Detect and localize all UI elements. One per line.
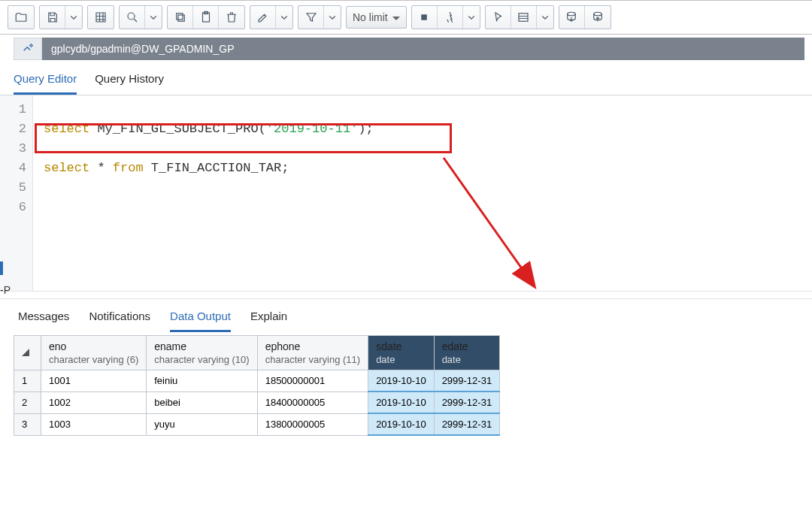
grid-button[interactable] <box>88 6 114 29</box>
svg-rect-2 <box>176 14 182 20</box>
col-header-eno[interactable]: enocharacter varying (6) <box>41 336 147 370</box>
list-dropdown[interactable] <box>537 6 553 29</box>
table-row[interactable]: 3 1003 yuyu 13800000005 2019-10-10 2999-… <box>14 413 500 435</box>
col-header-sdate[interactable]: sdatedate <box>368 336 435 370</box>
tab-query-history[interactable]: Query History <box>95 72 164 95</box>
stop-button[interactable] <box>412 6 438 29</box>
copy-button[interactable] <box>168 6 193 29</box>
sidebar-stub-label: -P <box>0 284 11 296</box>
execute-button[interactable] <box>438 6 463 29</box>
edit-dropdown[interactable] <box>276 6 292 29</box>
svg-rect-5 <box>421 14 427 20</box>
row-limit-select[interactable]: No limit <box>346 6 407 29</box>
col-header-ephone[interactable]: ephonecharacter varying (11) <box>257 336 368 370</box>
tab-messages[interactable]: Messages <box>18 310 69 332</box>
row-selector-header[interactable] <box>14 336 41 370</box>
search-button[interactable] <box>120 6 145 29</box>
connection-status-icon <box>14 38 42 60</box>
editor-gutter: 1 2 3 4 5 6 <box>0 95 33 291</box>
svg-point-8 <box>593 12 601 16</box>
edit-button[interactable] <box>250 6 276 29</box>
paste-button[interactable] <box>193 6 219 29</box>
tab-query-editor[interactable]: Query Editor <box>14 72 77 95</box>
upload-button[interactable] <box>585 6 611 29</box>
col-header-ename[interactable]: enamecharacter varying (10) <box>147 336 257 370</box>
sql-editor[interactable]: 1 2 3 4 5 6 select My_FIN_GL_SUBJECT_PRO… <box>0 95 812 291</box>
table-row[interactable]: 1 1001 feiniu 18500000001 2019-10-10 299… <box>14 370 500 392</box>
svg-point-0 <box>128 13 135 20</box>
connection-path: gplcydb/gpadmin@DW_GPADMIN_GP <box>51 43 234 55</box>
list-button[interactable] <box>511 6 537 29</box>
search-dropdown[interactable] <box>145 6 162 29</box>
table-row[interactable]: 2 1002 beibei 18400000005 2019-10-10 299… <box>14 391 500 413</box>
download-button[interactable] <box>559 6 585 29</box>
open-file-button[interactable] <box>8 6 34 29</box>
col-header-edate[interactable]: edatedate <box>434 336 500 370</box>
tab-notifications[interactable]: Notifications <box>89 310 150 332</box>
svg-point-7 <box>568 12 576 16</box>
delete-button[interactable] <box>219 6 244 29</box>
filter-button[interactable] <box>298 6 324 29</box>
connection-bar: gplcydb/gpadmin@DW_GPADMIN_GP <box>14 38 804 60</box>
save-dropdown[interactable] <box>65 6 82 29</box>
execute-dropdown[interactable] <box>463 6 480 29</box>
filter-dropdown[interactable] <box>324 6 341 29</box>
svg-rect-1 <box>178 15 184 21</box>
svg-rect-6 <box>519 14 528 22</box>
sidebar-indicator <box>0 261 3 275</box>
save-button[interactable] <box>40 6 65 29</box>
query-tabs: Query Editor Query History <box>0 60 812 95</box>
main-toolbar: No limit <box>0 0 812 35</box>
result-tabs: Messages Notifications Data Output Expla… <box>0 298 812 332</box>
tab-data-output[interactable]: Data Output <box>170 310 231 332</box>
cursor-button[interactable] <box>486 6 511 29</box>
tab-explain[interactable]: Explain <box>250 310 287 332</box>
editor-code[interactable]: select My_FIN_GL_SUBJECT_PRO('2019-10-11… <box>33 95 812 291</box>
result-grid[interactable]: enocharacter varying (6) enamecharacter … <box>14 335 500 436</box>
